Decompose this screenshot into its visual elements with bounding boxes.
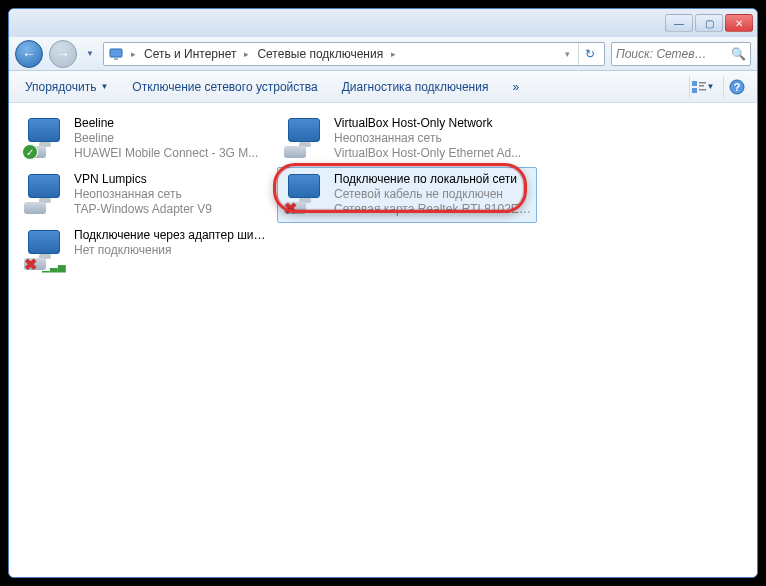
minimize-button[interactable]: — <box>665 14 693 32</box>
connection-item[interactable]: VPN LumpicsНеопознанная сетьTAP-Windows … <box>17 167 277 223</box>
connection-device: Сетевая карта Realtek RTL8102E/... <box>334 202 532 217</box>
status-ok-icon: ✓ <box>22 144 38 160</box>
network-adapter-icon: ✓ <box>22 116 66 160</box>
network-adapter-icon: ✖ <box>282 172 326 216</box>
chevron-icon: ▸ <box>388 49 399 59</box>
window: — ▢ ✕ ← → ▼ ▸ Сеть и Интернет ▸ Сетевые … <box>8 8 758 578</box>
connection-status: Сетевой кабель не подключен <box>334 187 532 202</box>
forward-button[interactable]: → <box>49 40 77 68</box>
connection-item[interactable]: VirtualBox Host-Only NetworkНеопознанная… <box>277 111 537 167</box>
status-error-icon: ✖ <box>282 200 298 216</box>
connection-item[interactable]: ✖▁▃▅Подключение через адаптер широкополо… <box>17 223 277 279</box>
help-button[interactable]: ? <box>723 76 749 98</box>
navbar: ← → ▼ ▸ Сеть и Интернет ▸ Сетевые подклю… <box>9 37 757 71</box>
network-icon <box>108 46 126 62</box>
connection-status: Beeline <box>74 131 272 146</box>
status-error-icon: ✖ <box>22 256 38 272</box>
searchbox[interactable]: 🔍 <box>611 42 751 66</box>
chevron-icon: ▸ <box>128 49 139 59</box>
breadcrumb[interactable]: ▸ Сеть и Интернет ▸ Сетевые подключения … <box>103 42 605 66</box>
network-adapter-icon: ✖▁▃▅ <box>22 228 66 272</box>
crumb-connections[interactable]: Сетевые подключения <box>254 47 386 61</box>
connection-name: VPN Lumpics <box>74 172 272 187</box>
toolbar: Упорядочить ▼ Отключение сетевого устрой… <box>9 71 757 103</box>
connection-text: Подключение через адаптер широкополосной… <box>74 228 272 274</box>
connection-text: Подключение по локальной сетиСетевой каб… <box>334 172 532 218</box>
chevron-icon: ▸ <box>241 49 252 59</box>
breadcrumb-expand[interactable]: ▾ <box>559 49 576 59</box>
svg-rect-0 <box>110 49 122 57</box>
content-area[interactable]: ✓BeelineBeelineHUAWEI Mobile Connect - 3… <box>9 103 757 577</box>
refresh-button[interactable]: ↻ <box>578 43 600 65</box>
connection-text: BeelineBeelineHUAWEI Mobile Connect - 3G… <box>74 116 272 162</box>
connection-name: Beeline <box>74 116 272 131</box>
connection-status: Неопознанная сеть <box>334 131 532 146</box>
chevron-down-icon: ▼ <box>707 82 715 91</box>
organize-button[interactable]: Упорядочить ▼ <box>17 76 116 98</box>
connection-item[interactable]: ✖Подключение по локальной сетиСетевой ка… <box>277 167 537 223</box>
crumb-network[interactable]: Сеть и Интернет <box>141 47 239 61</box>
svg-rect-6 <box>699 89 706 91</box>
search-icon[interactable]: 🔍 <box>731 47 746 61</box>
view-button[interactable]: ▼ <box>689 76 715 98</box>
connection-device: VirtualBox Host-Only Ethernet Ad... <box>334 146 532 161</box>
connection-text: VirtualBox Host-Only NetworkНеопознанная… <box>334 116 532 162</box>
signal-bars-icon: ▁▃▅ <box>42 261 66 272</box>
connection-item[interactable]: ✓BeelineBeelineHUAWEI Mobile Connect - 3… <box>17 111 277 167</box>
organize-label: Упорядочить <box>25 80 96 94</box>
disable-device-button[interactable]: Отключение сетевого устройства <box>124 76 325 98</box>
connection-status: Нет подключения <box>74 243 272 258</box>
history-dropdown[interactable]: ▼ <box>83 44 97 64</box>
connection-status: Неопознанная сеть <box>74 187 272 202</box>
svg-rect-2 <box>692 81 697 86</box>
network-adapter-icon <box>22 172 66 216</box>
svg-rect-4 <box>699 85 704 87</box>
close-button[interactable]: ✕ <box>725 14 753 32</box>
maximize-button[interactable]: ▢ <box>695 14 723 32</box>
titlebar: — ▢ ✕ <box>9 9 757 37</box>
svg-rect-5 <box>692 88 697 93</box>
svg-text:?: ? <box>733 81 740 93</box>
connection-device: HUAWEI Mobile Connect - 3G M... <box>74 146 272 161</box>
connection-name: Подключение по локальной сети <box>334 172 532 187</box>
back-button[interactable]: ← <box>15 40 43 68</box>
diagnose-button[interactable]: Диагностика подключения <box>334 76 497 98</box>
more-button[interactable]: » <box>504 76 527 98</box>
svg-rect-1 <box>114 58 118 60</box>
chevron-down-icon: ▼ <box>100 82 108 91</box>
connection-name: Подключение через адаптер широкополосной… <box>74 228 272 243</box>
connection-name: VirtualBox Host-Only Network <box>334 116 532 131</box>
svg-rect-3 <box>699 82 706 84</box>
search-input[interactable] <box>616 47 731 61</box>
network-adapter-icon <box>282 116 326 160</box>
connection-device: TAP-Windows Adapter V9 <box>74 202 272 217</box>
connection-text: VPN LumpicsНеопознанная сетьTAP-Windows … <box>74 172 272 218</box>
